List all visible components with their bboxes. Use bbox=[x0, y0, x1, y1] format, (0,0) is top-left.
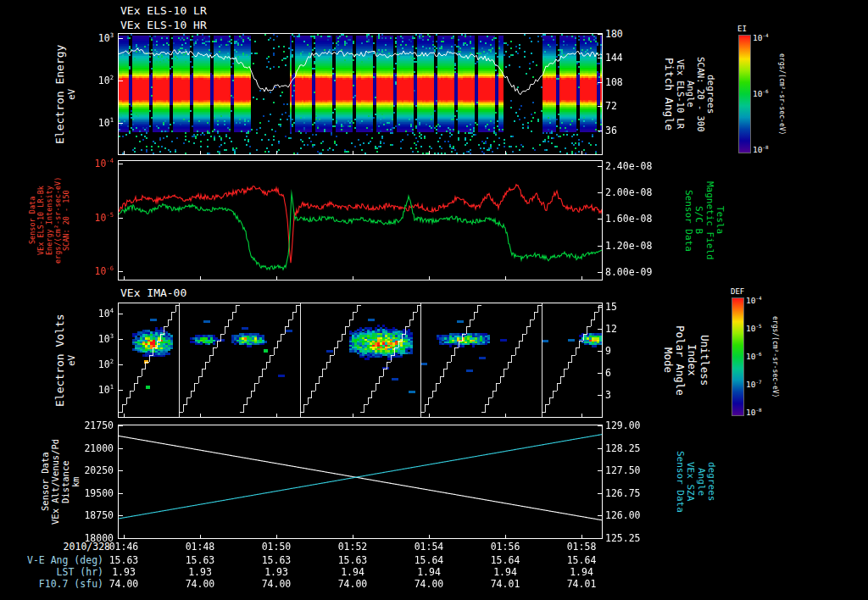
bfield-label-unit: Tesla bbox=[715, 161, 726, 280]
x-tick-mark bbox=[429, 151, 430, 154]
x-tick-mark bbox=[124, 414, 125, 417]
ephemeris-panel[interactable] bbox=[119, 425, 602, 538]
intensity-ylabel-line2: VEx ELS-10 LR-Bk bbox=[37, 162, 45, 279]
y-tick-mark bbox=[119, 538, 123, 539]
time-tick-label: 01:46 bbox=[100, 541, 147, 553]
intensity-bfield-canvas bbox=[119, 161, 602, 280]
y-tick-mark bbox=[598, 493, 602, 494]
footer-value: 1.94 bbox=[329, 566, 376, 578]
y-tick-mark bbox=[119, 364, 123, 365]
y-axis-tick-right: 3 bbox=[605, 389, 666, 401]
y-tick-mark bbox=[598, 246, 602, 247]
time-tick-label: 01:58 bbox=[558, 541, 605, 553]
ima-colorbar bbox=[732, 298, 743, 415]
y-axis-tick-left: 20250 bbox=[56, 464, 114, 476]
y-tick-mark bbox=[119, 425, 123, 426]
y-axis-tick-left: 10-5 bbox=[56, 212, 114, 224]
y-tick-mark bbox=[598, 58, 602, 58]
vex-data-display-window: VEx ELS-10 LR VEx ELS-10 HR VEx IMA-00 E… bbox=[0, 0, 868, 600]
footer-value: 15.63 bbox=[176, 554, 224, 566]
ima-heatmap-canvas bbox=[119, 303, 602, 417]
y-tick-mark bbox=[598, 82, 602, 83]
y-tick-mark bbox=[119, 314, 123, 314]
intensity-ylabel-line1: Sensor Data bbox=[29, 162, 36, 279]
els-ylabel: Electron Energy bbox=[54, 34, 66, 154]
bfield-label-line1: Sensor Data bbox=[683, 161, 693, 280]
time-tick-label: 01:50 bbox=[253, 541, 300, 553]
y-tick-mark bbox=[598, 373, 602, 374]
footer-value: 1.94 bbox=[481, 566, 529, 578]
time-tick-label: 01:52 bbox=[329, 541, 376, 553]
x-tick-mark bbox=[581, 535, 582, 538]
y-tick-mark bbox=[119, 448, 123, 449]
x-tick-mark bbox=[276, 151, 277, 154]
x-tick-mark bbox=[276, 414, 277, 417]
y-axis-tick-left: 19500 bbox=[56, 487, 114, 499]
y-tick-mark bbox=[598, 34, 602, 35]
footer-value: 15.63 bbox=[253, 554, 300, 566]
els-heatmap-canvas bbox=[119, 34, 602, 154]
footer-value: 74.00 bbox=[253, 578, 300, 590]
y-axis-tick-right: 128.25 bbox=[605, 442, 666, 454]
x-tick-mark bbox=[581, 276, 582, 280]
intensity-bfield-panel[interactable] bbox=[119, 161, 602, 280]
x-tick-mark bbox=[581, 151, 582, 154]
y-axis-tick-left: 18750 bbox=[56, 509, 114, 521]
ima-colorbar-unit: ergs/(cm²-sr-sec-eV) bbox=[771, 298, 778, 415]
y-axis-tick-left: 103 bbox=[56, 32, 114, 44]
mode-label-line3: Index bbox=[687, 303, 698, 417]
footer-value: 74.01 bbox=[558, 578, 605, 590]
footer-value: 15.63 bbox=[329, 554, 376, 566]
footer-value: 15.64 bbox=[481, 554, 529, 566]
x-tick-mark bbox=[200, 151, 201, 154]
mode-label-unit: Unitless bbox=[698, 303, 709, 417]
els-spectrogram-panel[interactable] bbox=[119, 34, 602, 154]
time-tick-label: 01:48 bbox=[176, 541, 224, 553]
y-axis-tick-left: 102 bbox=[56, 358, 114, 370]
footer-value: 74.00 bbox=[405, 578, 453, 590]
ima-colorbar-tick: 10-7 bbox=[746, 380, 762, 389]
y-axis-tick-left: 10-6 bbox=[56, 265, 114, 277]
els-colorbar bbox=[739, 36, 750, 153]
mode-label-line2: Polar Angle bbox=[675, 303, 686, 417]
y-tick-mark bbox=[119, 271, 123, 272]
ephemeris-canvas bbox=[119, 425, 602, 538]
y-axis-tick-right: 1.60e-08 bbox=[605, 213, 666, 225]
y-tick-mark bbox=[598, 166, 602, 167]
x-tick-mark bbox=[581, 414, 582, 417]
y-axis-tick-right: 180 bbox=[605, 28, 666, 40]
x-tick-mark bbox=[276, 535, 277, 538]
y-axis-tick-right: 125.25 bbox=[605, 532, 666, 544]
y-axis-tick-right: 129.00 bbox=[605, 419, 666, 431]
y-axis-tick-right: 144 bbox=[605, 52, 666, 64]
x-tick-mark bbox=[200, 414, 201, 417]
x-tick-mark bbox=[353, 414, 353, 417]
ima-colorbar-title: DEF bbox=[731, 287, 744, 296]
footer-row-label-veang: V-E Ang (deg) bbox=[0, 554, 103, 566]
x-tick-mark bbox=[429, 535, 430, 538]
y-axis-tick-right: 126.75 bbox=[605, 487, 666, 499]
y-tick-mark bbox=[598, 131, 602, 131]
x-tick-mark bbox=[353, 535, 353, 538]
bfield-label-line2: S/C B bbox=[694, 161, 704, 280]
y-tick-mark bbox=[598, 329, 602, 330]
y-tick-mark bbox=[119, 493, 123, 494]
y-axis-tick-right: 12 bbox=[605, 323, 666, 335]
y-tick-mark bbox=[598, 515, 602, 516]
y-tick-mark bbox=[119, 218, 123, 219]
ima-colorbar-tick: 10-5 bbox=[746, 324, 762, 333]
footer-value: 1.94 bbox=[405, 566, 453, 578]
y-tick-mark bbox=[119, 81, 123, 81]
x-tick-mark bbox=[200, 276, 201, 280]
footer-row-label-lst: LST (hr) bbox=[0, 566, 103, 578]
ima-spectrogram-panel[interactable] bbox=[119, 303, 602, 417]
x-tick-mark bbox=[505, 414, 506, 417]
footer-value: 74.01 bbox=[481, 578, 529, 590]
y-tick-mark bbox=[119, 164, 123, 164]
y-axis-tick-right: 72 bbox=[605, 100, 666, 112]
y-axis-tick-left: 101 bbox=[56, 384, 114, 396]
footer-value: 74.00 bbox=[329, 578, 376, 590]
y-axis-tick-left: 103 bbox=[56, 333, 114, 345]
y-axis-tick-left: 10-4 bbox=[56, 158, 114, 169]
els-colorbar-unit: ergs/(cm²-sr-sec-eV) bbox=[778, 36, 785, 153]
